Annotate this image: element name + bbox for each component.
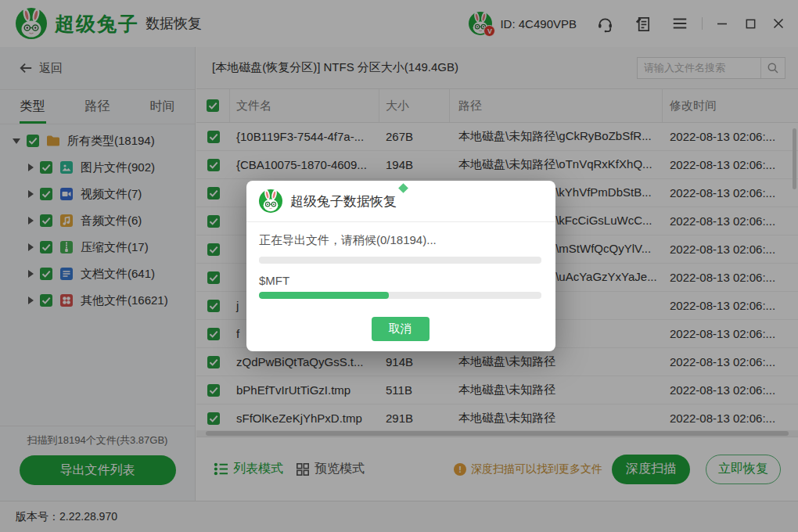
overall-progress-bar — [259, 257, 541, 264]
dialog-header: 超级兔子数据恢复 — [246, 181, 555, 222]
current-file-progress-fill — [259, 292, 389, 299]
app-window: 超级兔子 数据恢复 V ID: 4C490VPB — [0, 0, 798, 532]
cancel-button[interactable]: 取消 — [372, 317, 430, 341]
current-file-label: $MFT — [259, 274, 541, 287]
dialog-title: 超级兔子数据恢复 — [290, 192, 397, 210]
dialog-body: 正在导出文件，请稍候(0/18194)... $MFT 取消 — [246, 222, 555, 341]
export-progress-text: 正在导出文件，请稍候(0/18194)... — [259, 233, 541, 248]
diamond-accent-icon — [398, 183, 408, 193]
current-file-progress-bar — [259, 292, 541, 299]
dialog-rabbit-logo-icon — [259, 189, 282, 213]
export-progress-dialog: 超级兔子数据恢复 正在导出文件，请稍候(0/18194)... $MFT 取消 — [246, 181, 555, 351]
dialog-footer: 取消 — [259, 317, 541, 341]
